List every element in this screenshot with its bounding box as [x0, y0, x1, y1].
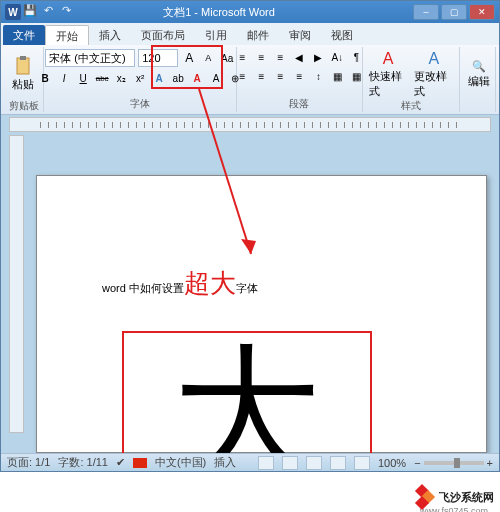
flag-icon [133, 458, 147, 468]
zoom-slider[interactable] [424, 461, 484, 465]
group-paragraph-label: 段落 [241, 97, 357, 110]
group-paragraph: ≡ ≡ ≡ ◀ ▶ A↓ ¶ ≡ ≡ ≡ ≡ ↕ ▦ ▦ 段 [237, 47, 362, 112]
bold-button[interactable]: B [37, 70, 53, 86]
justify-icon[interactable]: ≡ [291, 68, 307, 84]
tab-view[interactable]: 视图 [321, 25, 363, 45]
quick-access-toolbar: 💾 ↶ ↷ [23, 3, 73, 17]
tab-layout[interactable]: 页面布局 [131, 25, 195, 45]
status-bar: 页面: 1/1 字数: 1/11 ✔ 中文(中国) 插入 100% − + [1, 453, 499, 471]
svg-rect-1 [20, 56, 26, 60]
print-layout-view-icon[interactable] [258, 456, 274, 470]
grow-font-icon[interactable]: A [181, 50, 197, 66]
minimize-button[interactable]: – [413, 4, 439, 20]
font-color-icon[interactable]: A [189, 70, 205, 86]
numbering-icon[interactable]: ≡ [253, 49, 269, 65]
watermark: 飞沙系统网 www.fs0745.com [413, 486, 494, 508]
superscript-button[interactable]: x² [132, 70, 148, 86]
zoom-out-button[interactable]: − [414, 457, 420, 469]
status-lang[interactable]: 中文(中国) [155, 455, 206, 470]
italic-button[interactable]: I [56, 70, 72, 86]
change-case-icon[interactable]: Aa [219, 50, 235, 66]
document-page[interactable]: word 中如何设置超大字体 大 [36, 175, 487, 453]
maximize-button[interactable]: ▢ [441, 4, 467, 20]
word-icon: W [5, 4, 21, 20]
window-title: 文档1 - Microsoft Word [25, 5, 413, 20]
multilevel-icon[interactable]: ≡ [272, 49, 288, 65]
align-center-icon[interactable]: ≡ [253, 68, 269, 84]
watermark-brand: 飞沙系统网 [439, 490, 494, 505]
highlight-icon[interactable]: ab [170, 70, 186, 86]
shrink-font-icon[interactable]: A [200, 50, 216, 66]
qat-redo-icon[interactable]: ↷ [59, 3, 73, 17]
word-window: W 💾 ↶ ↷ 文档1 - Microsoft Word – ▢ ✕ 文件 开始… [0, 0, 500, 472]
ribbon: 粘贴 剪贴板 宋体 (中文正文) 120 A A Aa B I U abc [1, 45, 499, 115]
underline-button[interactable]: U [75, 70, 91, 86]
group-editing-label [464, 99, 491, 110]
zoom-control: − + [414, 457, 493, 469]
qat-undo-icon[interactable]: ↶ [41, 3, 55, 17]
editing-button[interactable]: 🔍 编辑 [464, 49, 494, 99]
tab-home[interactable]: 开始 [45, 25, 89, 45]
font-name-select[interactable]: 宋体 (中文正文) [45, 49, 135, 67]
char-border-icon[interactable]: A [208, 70, 224, 86]
quick-styles-button[interactable]: A 快速样式 [367, 49, 410, 99]
status-zoom[interactable]: 100% [378, 457, 406, 469]
align-left-icon[interactable]: ≡ [234, 68, 250, 84]
line-spacing-icon[interactable]: ↕ [310, 68, 326, 84]
proofing-icon[interactable]: ✔ [116, 456, 125, 469]
tab-file[interactable]: 文件 [3, 25, 45, 45]
indent-inc-icon[interactable]: ▶ [310, 49, 326, 65]
ribbon-tabs: 文件 开始 插入 页面布局 引用 邮件 审阅 视图 [1, 23, 499, 45]
vertical-ruler[interactable] [9, 135, 24, 433]
indent-dec-icon[interactable]: ◀ [291, 49, 307, 65]
annotation-bigchar-box: 大 [122, 331, 372, 453]
tab-insert[interactable]: 插入 [89, 25, 131, 45]
subscript-button[interactable]: x₂ [113, 70, 129, 86]
status-page[interactable]: 页面: 1/1 [7, 455, 50, 470]
tab-mailings[interactable]: 邮件 [237, 25, 279, 45]
shading-icon[interactable]: ▦ [329, 68, 345, 84]
svg-rect-0 [17, 58, 29, 74]
align-right-icon[interactable]: ≡ [272, 68, 288, 84]
find-icon: 🔍 [472, 60, 486, 73]
document-text-line: word 中如何设置超大字体 [102, 266, 258, 301]
outline-view-icon[interactable] [330, 456, 346, 470]
group-editing: 🔍 编辑 [460, 47, 496, 112]
font-size-select[interactable]: 120 [138, 49, 178, 67]
window-controls: – ▢ ✕ [413, 4, 495, 20]
paste-button[interactable]: 粘贴 [8, 49, 38, 99]
fullscreen-view-icon[interactable] [282, 456, 298, 470]
horizontal-ruler[interactable] [9, 117, 491, 132]
document-area: word 中如何设置超大字体 大 [1, 115, 499, 453]
close-button[interactable]: ✕ [469, 4, 495, 20]
group-styles: A 快速样式 A 更改样式 样式 [363, 47, 461, 112]
paste-label: 粘贴 [12, 77, 34, 92]
watermark-logo-icon [413, 486, 435, 508]
document-big-char: 大 [172, 341, 322, 453]
qat-save-icon[interactable]: 💾 [23, 3, 37, 17]
titlebar: W 💾 ↶ ↷ 文档1 - Microsoft Word – ▢ ✕ [1, 1, 499, 23]
group-styles-label: 样式 [367, 99, 456, 112]
status-words[interactable]: 字数: 1/11 [58, 455, 108, 470]
zoom-in-button[interactable]: + [487, 457, 493, 469]
strike-button[interactable]: abc [94, 70, 110, 86]
change-styles-icon: A [428, 50, 439, 68]
draft-view-icon[interactable] [354, 456, 370, 470]
bullets-icon[interactable]: ≡ [234, 49, 250, 65]
group-font-label: 字体 [48, 97, 232, 110]
paste-icon [13, 56, 33, 76]
status-mode[interactable]: 插入 [214, 455, 236, 470]
group-font: 宋体 (中文正文) 120 A A Aa B I U abc x₂ x² A a… [44, 47, 237, 112]
change-styles-button[interactable]: A 更改样式 [412, 49, 455, 99]
tab-references[interactable]: 引用 [195, 25, 237, 45]
group-clipboard-label: 剪贴板 [8, 99, 39, 112]
watermark-url: www.fs0745.com [420, 506, 488, 512]
quick-styles-icon: A [383, 50, 394, 68]
web-view-icon[interactable] [306, 456, 322, 470]
text-effects-icon[interactable]: A [151, 70, 167, 86]
tab-review[interactable]: 审阅 [279, 25, 321, 45]
sort-icon[interactable]: A↓ [329, 49, 345, 65]
